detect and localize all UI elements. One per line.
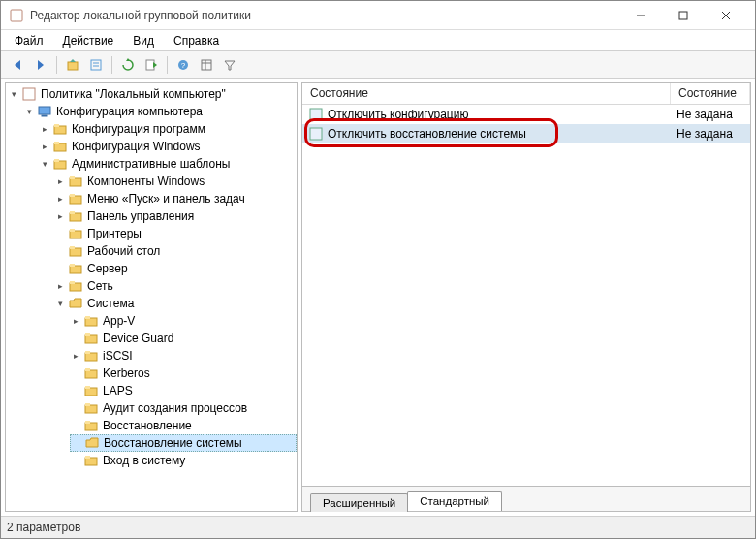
svg-rect-13 [146, 60, 154, 70]
chevron-right-icon[interactable]: ▸ [70, 315, 81, 327]
tree-iscsi[interactable]: ▸iSCSI [70, 347, 297, 365]
columns-button[interactable] [196, 54, 217, 76]
toolbar-separator [167, 56, 168, 74]
export-button[interactable] [141, 54, 162, 76]
svg-rect-57 [85, 423, 97, 430]
svg-rect-63 [310, 128, 322, 140]
chevron-down-icon[interactable]: ▾ [23, 106, 35, 117]
tabs-bar: Расширенный Стандартный [301, 487, 751, 512]
refresh-button[interactable] [117, 54, 139, 76]
svg-marker-44 [70, 299, 81, 307]
tree-label: iSCSI [101, 349, 135, 363]
chevron-down-icon[interactable]: ▾ [54, 298, 66, 309]
tree-admin-tpl[interactable]: ▾Административные шаблоны [39, 155, 297, 173]
back-button[interactable] [7, 54, 28, 76]
minimize-button[interactable] [619, 2, 662, 29]
list-row[interactable]: Отключить конфигурацию Не задана [302, 105, 750, 124]
computer-icon [37, 104, 52, 119]
chevron-right-icon[interactable]: ▸ [54, 175, 66, 187]
tree-soft-cfg[interactable]: ▸Конфигурация программ [39, 120, 297, 138]
tree-ctrl-panel[interactable]: ▸Панель управления [54, 207, 297, 225]
tree-label: Аудит создания процессов [101, 401, 249, 415]
toolbar-separator [56, 56, 57, 74]
svg-rect-60 [85, 458, 97, 465]
svg-rect-30 [70, 178, 81, 186]
properties-button[interactable] [85, 54, 107, 76]
tree-sys-restore[interactable]: Восстановление системы [70, 434, 297, 452]
tree-label: Конфигурация компьютера [54, 105, 205, 118]
close-button[interactable] [705, 2, 747, 29]
list-pane: Состояние Состояние Отключить конфигурац… [301, 82, 751, 487]
tree-printers[interactable]: Принтеры [54, 225, 297, 242]
setting-state: Не задана [671, 127, 739, 141]
filter-button[interactable] [219, 54, 240, 76]
tree-label: Конфигурация программ [70, 122, 207, 136]
tree-label: Device Guard [101, 332, 175, 345]
column-header-state[interactable]: Состояние [671, 83, 750, 104]
tree-computer-cfg[interactable]: ▾ Конфигурация компьютера [23, 103, 297, 120]
chevron-right-icon[interactable]: ▸ [39, 141, 50, 152]
folder-icon [68, 243, 83, 259]
tab-extended[interactable]: Расширенный [310, 493, 408, 512]
folder-icon [68, 261, 83, 276]
tree-dev-guard[interactable]: Device Guard [70, 330, 297, 347]
svg-rect-47 [85, 335, 97, 343]
setting-state: Не задана [671, 108, 739, 121]
tree-kerberos[interactable]: Kerberos [70, 365, 297, 382]
tree-win-comp[interactable]: ▸Компоненты Windows [54, 173, 297, 190]
chevron-right-icon[interactable]: ▸ [39, 123, 50, 135]
folder-icon [83, 313, 99, 329]
list-row[interactable]: Отключить восстановление системы Не зада… [302, 124, 750, 143]
help-button[interactable]: ? [173, 54, 194, 76]
chevron-down-icon[interactable]: ▾ [39, 158, 50, 170]
tree-appv[interactable]: ▸App-V [70, 312, 297, 330]
tree-label: Принтеры [85, 227, 143, 240]
chevron-right-icon[interactable]: ▸ [54, 193, 66, 205]
svg-rect-38 [70, 248, 81, 256]
chevron-right-icon[interactable]: ▸ [54, 280, 66, 292]
list-header: Состояние Состояние [302, 83, 750, 105]
folder-icon [68, 278, 83, 294]
menu-view[interactable]: Вид [123, 32, 164, 49]
svg-rect-32 [70, 196, 81, 204]
svg-rect-58 [85, 421, 90, 424]
tree-desktop[interactable]: Рабочий стол [54, 242, 297, 260]
folder-icon [68, 208, 83, 224]
chevron-right-icon[interactable]: ▸ [54, 210, 66, 222]
tree-audit[interactable]: Аудит создания процессов [70, 399, 297, 417]
app-icon [9, 8, 24, 23]
menu-help[interactable]: Справка [164, 32, 229, 49]
tree-laps[interactable]: LAPS [70, 382, 297, 399]
menu-action[interactable]: Действие [53, 32, 124, 49]
up-button[interactable] [62, 54, 83, 76]
forward-button[interactable] [30, 54, 51, 76]
policy-icon [21, 86, 37, 102]
maximize-button[interactable] [662, 2, 705, 29]
tree-system[interactable]: ▾Система [54, 295, 297, 312]
tab-standard[interactable]: Стандартный [407, 491, 502, 511]
menu-file[interactable]: Файл [5, 32, 53, 49]
tree-root[interactable]: ▾ Политика "Локальный компьютер" [8, 85, 297, 103]
tree-start-menu[interactable]: ▸Меню «Пуск» и панель задач [54, 190, 297, 207]
svg-rect-62 [310, 109, 322, 120]
svg-marker-8 [70, 59, 76, 62]
svg-rect-36 [70, 231, 81, 238]
column-header-name[interactable]: Состояние [302, 83, 671, 104]
chevron-right-icon[interactable]: ▸ [70, 350, 81, 362]
svg-rect-21 [23, 88, 35, 100]
status-text: 2 параметров [7, 521, 80, 534]
tree-label: Панель управления [85, 209, 196, 223]
tree-server[interactable]: Сервер [54, 260, 297, 277]
folder-icon [52, 139, 68, 154]
svg-rect-61 [85, 456, 90, 459]
svg-rect-42 [70, 283, 81, 291]
tree-pane[interactable]: ▾ Политика "Локальный компьютер" ▾ Конфи… [5, 82, 298, 512]
tree-logon[interactable]: Вход в систему [70, 452, 297, 469]
tree-win-cfg[interactable]: ▸Конфигурация Windows [39, 138, 297, 155]
chevron-down-icon[interactable]: ▾ [8, 88, 19, 100]
tree-restore[interactable]: Восстановление [70, 417, 297, 434]
svg-rect-51 [85, 370, 97, 378]
svg-rect-40 [70, 266, 81, 273]
svg-rect-22 [39, 107, 50, 114]
tree-network[interactable]: ▸Сеть [54, 277, 297, 295]
